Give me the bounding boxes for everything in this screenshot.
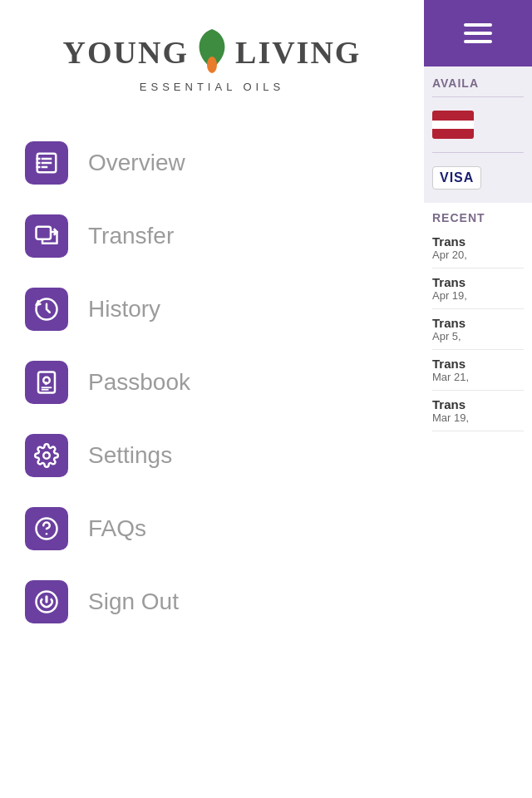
transaction-date-2: Apr 19, [432, 289, 524, 302]
svg-rect-8 [37, 227, 52, 239]
sidebar-item-label-signout: Sign Out [88, 589, 179, 615]
divider-1 [432, 96, 524, 97]
sidebar-item-transfer[interactable]: Transfer [0, 200, 424, 273]
sidebar-item-passbook[interactable]: $ Passbook [0, 346, 424, 419]
logo-wordmark: Young Living [63, 25, 362, 79]
recent-section: RECENT Trans Apr 20, Trans Apr 19, Trans… [424, 203, 532, 798]
sidebar-item-label-overview: Overview [88, 150, 185, 176]
navigation-menu: Young Living Essential Oils [0, 0, 424, 798]
svg-point-16 [46, 533, 48, 535]
transaction-item-1[interactable]: Trans Apr 20, [432, 228, 524, 268]
sidebar-item-label-passbook: Passbook [88, 369, 190, 396]
hamburger-button[interactable] [464, 23, 492, 43]
recent-label: RECENT [432, 211, 524, 224]
logo-container: Young Living Essential Oils [63, 25, 362, 93]
sidebar-item-history[interactable]: History [0, 273, 424, 346]
app-header [424, 0, 532, 66]
svg-rect-6 [37, 162, 41, 165]
sidebar-item-label-transfer: Transfer [88, 223, 174, 249]
sidebar-item-faqs[interactable]: FAQs [0, 492, 424, 565]
transaction-item-5[interactable]: Trans Mar 19, [432, 391, 524, 431]
logo-subtitle: Essential Oils [140, 81, 284, 93]
signout-icon [25, 580, 68, 623]
sidebar-item-label-faqs: FAQs [88, 515, 146, 542]
transaction-title-3: Trans [432, 316, 524, 330]
settings-icon [25, 434, 68, 477]
transaction-date-4: Mar 21, [432, 371, 524, 383]
hamburger-line-3 [464, 40, 492, 43]
faqs-icon [25, 507, 68, 550]
sidebar-item-signout[interactable]: Sign Out [0, 565, 424, 638]
transaction-date-3: Apr 5, [432, 330, 524, 342]
us-flag-icon [432, 111, 474, 139]
transfer-icon [25, 214, 68, 258]
transaction-item-3[interactable]: Trans Apr 5, [432, 309, 524, 350]
transaction-title-2: Trans [432, 275, 524, 289]
hamburger-line-1 [464, 23, 492, 27]
sidebar-item-label-history: History [88, 296, 160, 323]
logo-area: Young Living Essential Oils [0, 0, 424, 110]
svg-point-14 [43, 452, 50, 459]
svg-rect-7 [37, 166, 41, 169]
transaction-item-4[interactable]: Trans Mar 21, [432, 350, 524, 391]
hamburger-line-2 [464, 32, 492, 35]
transaction-title-4: Trans [432, 357, 524, 371]
transaction-title-1: Trans [432, 234, 524, 249]
sidebar-item-overview[interactable]: Overview [0, 126, 424, 200]
sidebar-item-settings[interactable]: Settings [0, 419, 424, 492]
history-icon [25, 288, 68, 331]
svg-text:$: $ [45, 380, 48, 386]
divider-2 [432, 152, 524, 153]
transaction-date-1: Apr 20, [432, 249, 524, 261]
document-list-icon [25, 141, 68, 185]
svg-rect-5 [37, 158, 41, 160]
available-label: AVAILA [432, 76, 524, 90]
logo-text-young: Young [63, 34, 189, 71]
passbook-icon: $ [25, 361, 68, 404]
sidebar-item-label-settings: Settings [88, 442, 172, 469]
logo-text-living: Living [235, 34, 361, 71]
transaction-date-5: Mar 19, [432, 411, 524, 424]
nav-menu: Overview Transfer History [0, 110, 424, 655]
visa-logo: VISA [432, 166, 481, 190]
flag-item [432, 104, 524, 145]
visa-item: VISA [432, 160, 524, 196]
available-section: AVAILA VISA [424, 66, 532, 203]
right-panel: AVAILA VISA RECENT Trans Apr 20, Trans A… [424, 0, 532, 798]
transaction-title-5: Trans [432, 397, 524, 411]
transaction-item-2[interactable]: Trans Apr 19, [432, 268, 524, 309]
logo-icon [190, 25, 234, 79]
